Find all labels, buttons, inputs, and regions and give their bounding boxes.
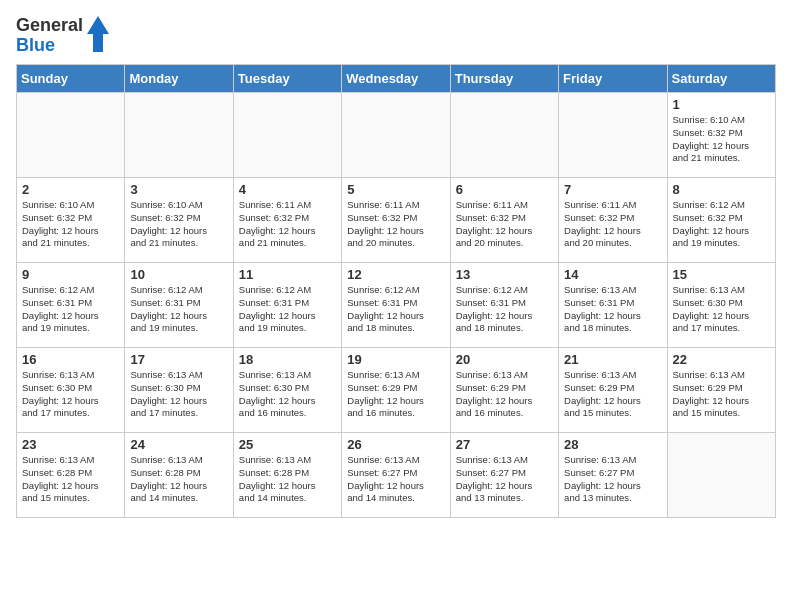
cell-info: Sunrise: 6:13 AM Sunset: 6:30 PM Dayligh… [239,369,336,420]
day-number: 12 [347,267,444,282]
day-number: 14 [564,267,661,282]
calendar-cell: 4Sunrise: 6:11 AM Sunset: 6:32 PM Daylig… [233,178,341,263]
cell-info: Sunrise: 6:12 AM Sunset: 6:32 PM Dayligh… [673,199,770,250]
cell-info: Sunrise: 6:13 AM Sunset: 6:30 PM Dayligh… [673,284,770,335]
day-number: 7 [564,182,661,197]
cell-info: Sunrise: 6:13 AM Sunset: 6:30 PM Dayligh… [22,369,119,420]
calendar-cell: 11Sunrise: 6:12 AM Sunset: 6:31 PM Dayli… [233,263,341,348]
calendar-table: SundayMondayTuesdayWednesdayThursdayFrid… [16,64,776,518]
calendar-cell: 17Sunrise: 6:13 AM Sunset: 6:30 PM Dayli… [125,348,233,433]
calendar-cell: 22Sunrise: 6:13 AM Sunset: 6:29 PM Dayli… [667,348,775,433]
weekday-header-friday: Friday [559,65,667,93]
day-number: 8 [673,182,770,197]
cell-info: Sunrise: 6:12 AM Sunset: 6:31 PM Dayligh… [347,284,444,335]
day-number: 16 [22,352,119,367]
calendar-cell: 6Sunrise: 6:11 AM Sunset: 6:32 PM Daylig… [450,178,558,263]
day-number: 26 [347,437,444,452]
day-number: 1 [673,97,770,112]
day-number: 21 [564,352,661,367]
calendar-cell: 24Sunrise: 6:13 AM Sunset: 6:28 PM Dayli… [125,433,233,518]
weekday-header-sunday: Sunday [17,65,125,93]
calendar-cell: 5Sunrise: 6:11 AM Sunset: 6:32 PM Daylig… [342,178,450,263]
day-number: 23 [22,437,119,452]
day-number: 20 [456,352,553,367]
day-number: 27 [456,437,553,452]
calendar-cell: 21Sunrise: 6:13 AM Sunset: 6:29 PM Dayli… [559,348,667,433]
calendar-cell: 25Sunrise: 6:13 AM Sunset: 6:28 PM Dayli… [233,433,341,518]
cell-info: Sunrise: 6:10 AM Sunset: 6:32 PM Dayligh… [22,199,119,250]
day-number: 18 [239,352,336,367]
day-number: 13 [456,267,553,282]
cell-info: Sunrise: 6:13 AM Sunset: 6:28 PM Dayligh… [239,454,336,505]
day-number: 22 [673,352,770,367]
day-number: 5 [347,182,444,197]
calendar-cell: 18Sunrise: 6:13 AM Sunset: 6:30 PM Dayli… [233,348,341,433]
calendar-cell: 16Sunrise: 6:13 AM Sunset: 6:30 PM Dayli… [17,348,125,433]
calendar-cell [233,93,341,178]
calendar-cell: 13Sunrise: 6:12 AM Sunset: 6:31 PM Dayli… [450,263,558,348]
cell-info: Sunrise: 6:13 AM Sunset: 6:28 PM Dayligh… [130,454,227,505]
weekday-header-saturday: Saturday [667,65,775,93]
cell-info: Sunrise: 6:12 AM Sunset: 6:31 PM Dayligh… [130,284,227,335]
calendar-cell: 3Sunrise: 6:10 AM Sunset: 6:32 PM Daylig… [125,178,233,263]
calendar-cell: 9Sunrise: 6:12 AM Sunset: 6:31 PM Daylig… [17,263,125,348]
logo-triangle-icon [87,16,109,56]
cell-info: Sunrise: 6:13 AM Sunset: 6:30 PM Dayligh… [130,369,227,420]
calendar-cell [559,93,667,178]
logo-blue: Blue [16,35,55,55]
calendar-cell: 14Sunrise: 6:13 AM Sunset: 6:31 PM Dayli… [559,263,667,348]
calendar-cell: 20Sunrise: 6:13 AM Sunset: 6:29 PM Dayli… [450,348,558,433]
weekday-header-thursday: Thursday [450,65,558,93]
cell-info: Sunrise: 6:11 AM Sunset: 6:32 PM Dayligh… [239,199,336,250]
weekday-header-monday: Monday [125,65,233,93]
calendar-cell: 7Sunrise: 6:11 AM Sunset: 6:32 PM Daylig… [559,178,667,263]
calendar-cell: 26Sunrise: 6:13 AM Sunset: 6:27 PM Dayli… [342,433,450,518]
calendar-cell: 10Sunrise: 6:12 AM Sunset: 6:31 PM Dayli… [125,263,233,348]
cell-info: Sunrise: 6:13 AM Sunset: 6:29 PM Dayligh… [564,369,661,420]
calendar-cell: 28Sunrise: 6:13 AM Sunset: 6:27 PM Dayli… [559,433,667,518]
calendar-cell [125,93,233,178]
calendar-cell: 23Sunrise: 6:13 AM Sunset: 6:28 PM Dayli… [17,433,125,518]
calendar-cell: 2Sunrise: 6:10 AM Sunset: 6:32 PM Daylig… [17,178,125,263]
day-number: 10 [130,267,227,282]
cell-info: Sunrise: 6:13 AM Sunset: 6:29 PM Dayligh… [456,369,553,420]
cell-info: Sunrise: 6:10 AM Sunset: 6:32 PM Dayligh… [130,199,227,250]
cell-info: Sunrise: 6:13 AM Sunset: 6:31 PM Dayligh… [564,284,661,335]
day-number: 19 [347,352,444,367]
cell-info: Sunrise: 6:11 AM Sunset: 6:32 PM Dayligh… [564,199,661,250]
weekday-header-wednesday: Wednesday [342,65,450,93]
day-number: 24 [130,437,227,452]
day-number: 6 [456,182,553,197]
calendar-cell [17,93,125,178]
cell-info: Sunrise: 6:13 AM Sunset: 6:27 PM Dayligh… [456,454,553,505]
day-number: 4 [239,182,336,197]
day-number: 2 [22,182,119,197]
calendar-cell: 8Sunrise: 6:12 AM Sunset: 6:32 PM Daylig… [667,178,775,263]
day-number: 3 [130,182,227,197]
calendar-cell: 15Sunrise: 6:13 AM Sunset: 6:30 PM Dayli… [667,263,775,348]
calendar-cell: 12Sunrise: 6:12 AM Sunset: 6:31 PM Dayli… [342,263,450,348]
cell-info: Sunrise: 6:10 AM Sunset: 6:32 PM Dayligh… [673,114,770,165]
cell-info: Sunrise: 6:12 AM Sunset: 6:31 PM Dayligh… [456,284,553,335]
logo-general: General [16,15,83,35]
cell-info: Sunrise: 6:13 AM Sunset: 6:28 PM Dayligh… [22,454,119,505]
logo: General Blue [16,16,109,56]
calendar-cell: 27Sunrise: 6:13 AM Sunset: 6:27 PM Dayli… [450,433,558,518]
cell-info: Sunrise: 6:11 AM Sunset: 6:32 PM Dayligh… [456,199,553,250]
calendar-cell: 19Sunrise: 6:13 AM Sunset: 6:29 PM Dayli… [342,348,450,433]
cell-info: Sunrise: 6:13 AM Sunset: 6:29 PM Dayligh… [347,369,444,420]
day-number: 9 [22,267,119,282]
cell-info: Sunrise: 6:11 AM Sunset: 6:32 PM Dayligh… [347,199,444,250]
calendar-cell [342,93,450,178]
cell-info: Sunrise: 6:13 AM Sunset: 6:27 PM Dayligh… [564,454,661,505]
day-number: 28 [564,437,661,452]
calendar-cell: 1Sunrise: 6:10 AM Sunset: 6:32 PM Daylig… [667,93,775,178]
day-number: 15 [673,267,770,282]
calendar-cell [450,93,558,178]
calendar-cell [667,433,775,518]
weekday-header-tuesday: Tuesday [233,65,341,93]
cell-info: Sunrise: 6:13 AM Sunset: 6:27 PM Dayligh… [347,454,444,505]
cell-info: Sunrise: 6:13 AM Sunset: 6:29 PM Dayligh… [673,369,770,420]
day-number: 25 [239,437,336,452]
svg-marker-0 [87,16,109,52]
